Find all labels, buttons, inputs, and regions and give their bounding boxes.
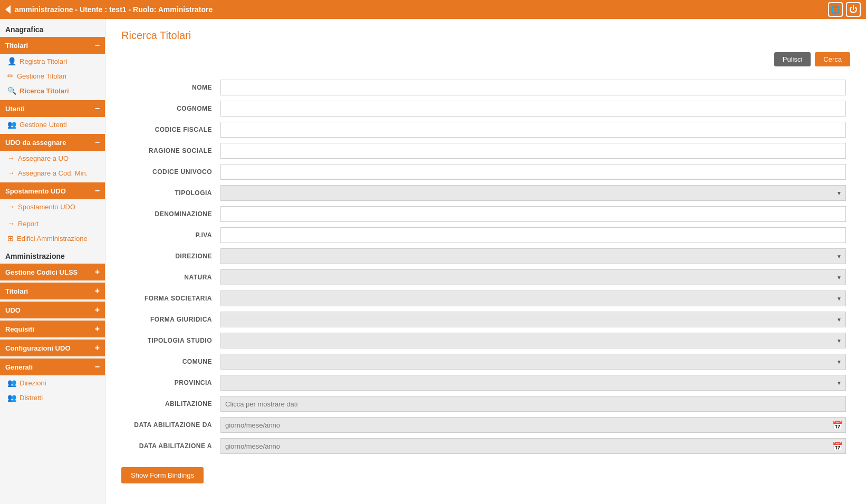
page-title: Ricerca Titolari bbox=[121, 30, 850, 42]
provincia-select[interactable] bbox=[220, 375, 846, 391]
sidebar-items-utenti: 👥 Gestione Utenti bbox=[0, 117, 105, 132]
sidebar-group-configurazioni-udo: Configurazioni UDO + bbox=[0, 340, 105, 356]
piva-input[interactable] bbox=[220, 227, 846, 243]
sidebar-group-header-utenti[interactable]: Utenti − bbox=[0, 100, 105, 117]
sidebar-group-titolari: Titolari − 👤 Registra Titolari ✏ Gestion… bbox=[0, 37, 105, 98]
form-row-data-abilitazione-da: DATA ABILITAZIONE DA 📅 bbox=[121, 414, 850, 435]
cognome-input[interactable] bbox=[220, 101, 846, 117]
direzione-select[interactable] bbox=[220, 248, 846, 264]
input-cell-cognome bbox=[216, 98, 850, 119]
sidebar-items-udo-assegnare: → Assegnare a UO → Assegnare a Cod. Min. bbox=[0, 151, 105, 180]
sidebar-group-header-requisiti[interactable]: Requisiti + bbox=[0, 321, 105, 337]
calendar-icon-a[interactable]: 📅 bbox=[832, 441, 843, 451]
globe-button[interactable]: 🌐 bbox=[828, 2, 843, 17]
power-button[interactable]: ⏻ bbox=[846, 2, 861, 17]
sidebar-items-spostamento-udo: → Spostamento UDO bbox=[0, 199, 105, 214]
users-icon-direzioni: 👥 bbox=[7, 379, 16, 387]
arrow-icon-spostamento: → bbox=[7, 202, 15, 211]
sidebar-item-report[interactable]: → Report bbox=[0, 216, 105, 231]
data-abilitazione-da-input[interactable] bbox=[220, 417, 846, 433]
sidebar-item-edifici[interactable]: ⊞ Edifici Amministrazione bbox=[0, 231, 105, 246]
input-cell-forma-giuridica bbox=[216, 309, 850, 330]
sidebar-item-registra-titolari[interactable]: 👤 Registra Titolari bbox=[0, 54, 105, 69]
sidebar-items-generali: 👥 Direzioni 👥 Distretti bbox=[0, 375, 105, 405]
form-row-piva: P.IVA bbox=[121, 225, 850, 246]
sidebar-group-spostamento-udo: Spostamento UDO − → Spostamento UDO bbox=[0, 182, 105, 214]
arrow-icon-uo: → bbox=[7, 154, 15, 162]
sidebar-item-label-gestione-titolari: Gestione Titolari bbox=[17, 72, 66, 80]
sidebar-group-label-spostamento-udo: Spostamento UDO bbox=[5, 187, 66, 195]
input-cell-direzione bbox=[216, 246, 850, 267]
tipologia-studio-select[interactable] bbox=[220, 333, 846, 348]
sidebar-group-header-gestione-codici[interactable]: Gestione Codici ULSS + bbox=[0, 264, 105, 280]
denominazione-input[interactable] bbox=[220, 206, 846, 222]
form-row-nome: NOME bbox=[121, 77, 850, 98]
sidebar-group-header-generali[interactable]: Generali − bbox=[0, 358, 105, 375]
sidebar-group-header-titolari-admin[interactable]: Titolari + bbox=[0, 283, 105, 299]
nome-input[interactable] bbox=[220, 80, 846, 95]
sidebar-item-label-spostamento-udo: Spostamento UDO bbox=[18, 203, 75, 211]
forma-giuridica-select[interactable] bbox=[220, 312, 846, 327]
calendar-icon-da[interactable]: 📅 bbox=[832, 420, 843, 430]
arrow-icon-report: → bbox=[7, 219, 15, 228]
sidebar-toggle-udo-assegnare: − bbox=[95, 138, 100, 147]
sidebar-group-header-configurazioni-udo[interactable]: Configurazioni UDO + bbox=[0, 340, 105, 356]
sidebar-item-spostamento-udo[interactable]: → Spostamento UDO bbox=[0, 199, 105, 214]
sidebar-item-label-direzioni: Direzioni bbox=[20, 379, 46, 387]
forma-societaria-select-wrapper bbox=[220, 290, 846, 306]
sidebar-group-header-udo-assegnare[interactable]: UDO da assegnare − bbox=[0, 134, 105, 151]
sidebar-item-gestione-titolari[interactable]: ✏ Gestione Titolari bbox=[0, 69, 105, 83]
tipologia-select-wrapper bbox=[220, 185, 846, 201]
sidebar-item-label-gestione-utenti: Gestione Utenti bbox=[20, 121, 67, 129]
sidebar-group-gestione-codici: Gestione Codici ULSS + bbox=[0, 264, 105, 280]
back-arrow-icon[interactable] bbox=[5, 5, 11, 14]
abilitazione-input[interactable] bbox=[220, 396, 846, 412]
sidebar-group-generali: Generali − 👥 Direzioni 👥 Distretti bbox=[0, 358, 105, 405]
show-form-bindings-button[interactable]: Show Form Bindings bbox=[121, 467, 204, 483]
sidebar-item-ricerca-titolari[interactable]: 🔍 Ricerca Titolari bbox=[0, 83, 105, 98]
natura-select[interactable] bbox=[220, 269, 846, 285]
forma-societaria-select[interactable] bbox=[220, 290, 846, 306]
tipologia-select[interactable] bbox=[220, 185, 846, 201]
codice-fiscale-input[interactable] bbox=[220, 122, 846, 138]
date-wrapper-a: 📅 bbox=[220, 438, 846, 454]
sidebar-group-header-spostamento-udo[interactable]: Spostamento UDO − bbox=[0, 182, 105, 199]
form-row-tipologia: TIPOLOGIA bbox=[121, 182, 850, 203]
form-row-denominazione: DENOMINAZIONE bbox=[121, 203, 850, 225]
topbar-title: amministrazione - Utente : test1 - Ruolo… bbox=[15, 5, 213, 14]
sidebar-toggle-gestione-codici: + bbox=[95, 267, 100, 277]
ragione-sociale-input[interactable] bbox=[220, 143, 846, 159]
sidebar-group-label-udo-assegnare: UDO da assegnare bbox=[5, 139, 66, 147]
sidebar-item-assegnare-uo[interactable]: → Assegnare a UO bbox=[0, 151, 105, 166]
comune-select[interactable] bbox=[220, 354, 846, 370]
label-natura: NATURA bbox=[121, 267, 216, 288]
form-row-data-abilitazione-a: DATA ABILITAZIONE A 📅 bbox=[121, 435, 850, 457]
pulisci-button[interactable]: Pulisci bbox=[774, 52, 811, 66]
sidebar-group-header-udo-admin[interactable]: UDO + bbox=[0, 302, 105, 318]
input-cell-denominazione bbox=[216, 203, 850, 225]
label-denominazione: DENOMINAZIONE bbox=[121, 203, 216, 225]
label-tipologia-studio: TIPOLOGIA STUDIO bbox=[121, 330, 216, 351]
input-cell-natura bbox=[216, 267, 850, 288]
sidebar-items-titolari: 👤 Registra Titolari ✏ Gestione Titolari … bbox=[0, 54, 105, 98]
main-layout: Anagrafica Titolari − 👤 Registra Titolar… bbox=[0, 19, 866, 504]
direzione-select-wrapper bbox=[220, 248, 846, 264]
sidebar-group-utenti: Utenti − 👥 Gestione Utenti bbox=[0, 100, 105, 132]
sidebar-group-header-titolari[interactable]: Titolari − bbox=[0, 37, 105, 54]
data-abilitazione-a-input[interactable] bbox=[220, 438, 846, 454]
form-row-tipologia-studio: TIPOLOGIA STUDIO bbox=[121, 330, 850, 351]
sidebar-item-distretti[interactable]: 👥 Distretti bbox=[0, 390, 105, 405]
sidebar-group-label-gestione-codici: Gestione Codici ULSS bbox=[5, 268, 78, 276]
codice-univoco-input[interactable] bbox=[220, 164, 846, 180]
sidebar-group-label-utenti: Utenti bbox=[5, 105, 25, 113]
sidebar-item-direzioni[interactable]: 👥 Direzioni bbox=[0, 375, 105, 390]
input-cell-provincia bbox=[216, 372, 850, 393]
label-codice-fiscale: CODICE FISCALE bbox=[121, 119, 216, 140]
input-cell-piva bbox=[216, 225, 850, 246]
sidebar-item-assegnare-cod-min[interactable]: → Assegnare a Cod. Min. bbox=[0, 166, 105, 180]
topbar: amministrazione - Utente : test1 - Ruolo… bbox=[0, 0, 866, 19]
cerca-button[interactable]: Cerca bbox=[815, 52, 850, 66]
sidebar-item-label-edifici: Edifici Amministrazione bbox=[17, 235, 88, 243]
sidebar-item-gestione-utenti[interactable]: 👥 Gestione Utenti bbox=[0, 117, 105, 132]
sidebar-item-label-assegnare-cod-min: Assegnare a Cod. Min. bbox=[18, 169, 88, 177]
